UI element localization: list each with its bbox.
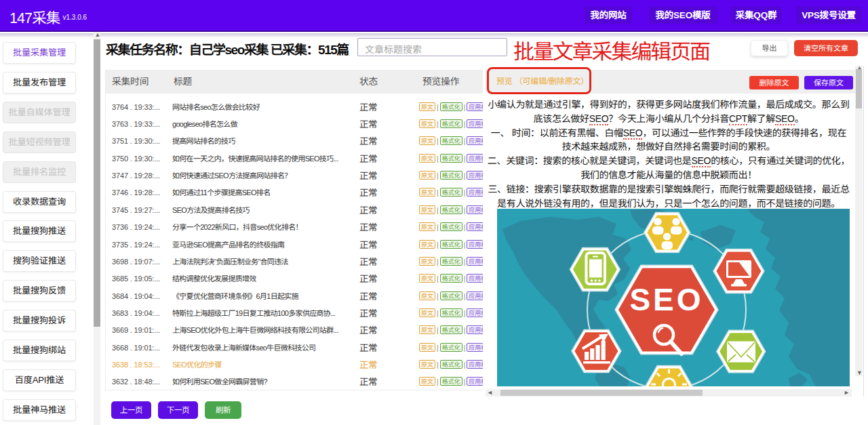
svg-text:SEO: SEO: [629, 282, 703, 317]
